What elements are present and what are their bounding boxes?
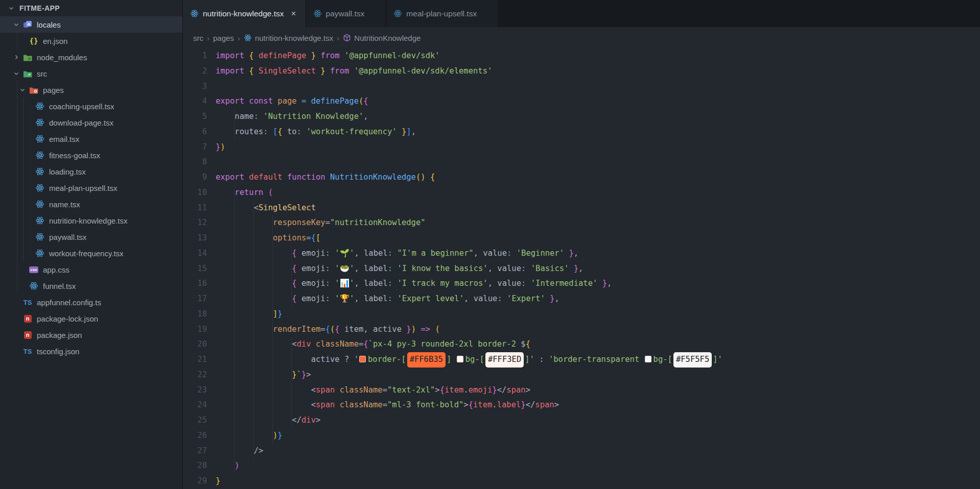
breadcrumb-item-pages[interactable]: pages — [213, 34, 234, 42]
sidebar-item-label: fitness-goal.tsx — [49, 151, 100, 160]
code-line-21[interactable]: active ? 'border-[#FF6B35] bg-[#FFF3ED]'… — [216, 352, 980, 368]
code-line-4[interactable]: export const page = definePage({ — [216, 94, 980, 109]
react-icon — [35, 199, 45, 209]
code-line-3[interactable] — [216, 79, 980, 94]
code-line-15[interactable]: { emoji: '🥗', label: 'I know the basics'… — [216, 261, 980, 277]
sidebar-item-email-tsx[interactable]: email.tsx — [0, 131, 182, 147]
tree-indent-guide — [17, 33, 17, 49]
code-line-28[interactable]: ) — [216, 458, 980, 474]
code-line-9[interactable]: export default function NutritionKnowled… — [216, 170, 980, 185]
code-line-10[interactable]: return ( — [216, 185, 980, 201]
line-number: 28 — [183, 458, 207, 474]
sidebar-item-loading-tsx[interactable]: loading.tsx — [0, 163, 182, 180]
line-number: 12 — [183, 215, 207, 231]
sidebar-item-paywall-tsx[interactable]: paywall.tsx — [0, 229, 182, 245]
sidebar-item-nutrition-knowledge-tsx[interactable]: nutrition-knowledge.tsx — [0, 212, 182, 229]
color-swatch[interactable] — [457, 356, 463, 362]
tab-label: meal-plan-upsell.tsx — [406, 9, 477, 18]
sidebar-item-en-json[interactable]: {}en.json — [0, 33, 182, 49]
breadcrumb-item-src[interactable]: src — [193, 34, 203, 42]
sidebar-item-coaching-upsell-tsx[interactable]: coaching-upsell.tsx — [0, 98, 182, 114]
chevron-down-icon — [10, 21, 22, 28]
code-line-5[interactable]: name: 'Nutrition Knowledge', — [216, 109, 980, 125]
code-line-29[interactable]: } — [216, 474, 980, 489]
react-icon — [35, 150, 45, 160]
line-number: 19 — [183, 322, 207, 337]
line-number: 4 — [183, 94, 207, 109]
sidebar-item-label: appfunnel.config.ts — [37, 298, 101, 307]
code-line-25[interactable]: </div> — [216, 413, 980, 428]
tree-indent-guide — [17, 82, 17, 294]
sidebar-item-funnel-tsx[interactable]: funnel.tsx — [0, 278, 182, 294]
sidebar-item-workout-frequency-tsx[interactable]: workout-frequency.tsx — [0, 245, 182, 261]
tab-paywall-tsx[interactable]: paywall.tsx× — [306, 0, 387, 27]
sidebar-item-label: paywall.tsx — [49, 233, 86, 241]
sidebar-item-app-css[interactable]: cssapp.css — [0, 261, 182, 278]
line-number: 3 — [183, 79, 207, 94]
react-icon — [35, 134, 45, 144]
sidebar-item-appfunnel-config-ts[interactable]: TSappfunnel.config.ts — [0, 294, 182, 310]
explorer-root-header[interactable]: FITME-APP — [0, 0, 182, 16]
tab-meal-plan-upsell-tsx[interactable]: meal-plan-upsell.tsx× — [386, 0, 499, 27]
code-line-27[interactable]: /> — [216, 444, 980, 459]
code-line-18[interactable]: ]} — [216, 307, 980, 322]
sidebar-item-label: en.json — [43, 37, 67, 45]
code-line-17[interactable]: { emoji: '🏆', label: 'Expert level', val… — [216, 291, 980, 307]
code-line-23[interactable]: <span className="text-2xl">{item.emoji}<… — [216, 383, 980, 398]
sidebar-item-label: nutrition-knowledge.tsx — [49, 216, 127, 225]
line-number: 11 — [183, 201, 207, 216]
line-number: 5 — [183, 109, 207, 125]
chevron-down-icon — [16, 86, 29, 93]
workspace-title: FITME-APP — [19, 4, 60, 12]
code-line-20[interactable]: <div className={`px-4 py-3 rounded-2xl b… — [216, 337, 980, 352]
sidebar-item-label: funnel.tsx — [43, 282, 76, 290]
code-line-6[interactable]: routes: [{ to: 'workout-frequency' }], — [216, 125, 980, 140]
code-line-12[interactable]: responseKey="nutritionKnowledge" — [216, 215, 980, 231]
code-line-14[interactable]: { emoji: '🌱', label: "I'm a beginner", v… — [216, 246, 980, 261]
sidebar-item-package-lock-json[interactable]: npackage-lock.json — [0, 310, 182, 327]
code-line-22[interactable]: }`}> — [216, 368, 980, 383]
tree-indent-guide — [23, 98, 24, 261]
code-line-16[interactable]: { emoji: '📊', label: 'I track my macros'… — [216, 276, 980, 291]
breadcrumb: src›pages›nutrition-knowledge.tsx›Nutrit… — [183, 27, 980, 48]
sidebar-item-label: loading.tsx — [49, 167, 86, 176]
code-line-19[interactable]: renderItem={({ item, active }) => ( — [216, 322, 980, 337]
tab-label: paywall.tsx — [326, 9, 365, 18]
color-swatch[interactable] — [645, 356, 651, 362]
breadcrumb-label: pages — [213, 34, 234, 42]
code-editor[interactable]: 1234567891011121314151617181920212223242… — [183, 48, 980, 489]
sidebar-item-src[interactable]: src — [0, 65, 182, 82]
folder-pages-icon — [29, 85, 39, 95]
line-number: 8 — [183, 155, 207, 170]
breadcrumb-item-nutrition-knowledge-tsx[interactable]: nutrition-knowledge.tsx — [244, 34, 333, 42]
sidebar-item-label: tsconfig.json — [37, 347, 79, 356]
sidebar-item-name-tsx[interactable]: name.tsx — [0, 196, 182, 212]
sidebar-item-pages[interactable]: pages — [0, 82, 182, 98]
color-swatch[interactable] — [359, 356, 366, 362]
sidebar-item-meal-plan-upsell-tsx[interactable]: meal-plan-upsell.tsx — [0, 180, 182, 196]
npm-icon: n — [22, 330, 33, 340]
close-icon[interactable]: × — [288, 8, 299, 19]
code-line-26[interactable]: )} — [216, 428, 980, 444]
code-line-24[interactable]: <span className="ml-3 font-bold">{item.l… — [216, 398, 980, 413]
code-line-7[interactable]: }) — [216, 140, 980, 155]
tab-label: nutrition-knowledge.tsx — [203, 9, 284, 18]
tab-nutrition-knowledge-tsx[interactable]: nutrition-knowledge.tsx× — [183, 0, 306, 27]
code-line-2[interactable]: import { SingleSelect } from '@appfunnel… — [216, 64, 980, 79]
sidebar-item-locales[interactable]: Alocales — [0, 16, 182, 33]
code-line-8[interactable] — [216, 155, 980, 170]
sidebar-item-package-json[interactable]: npackage.json — [0, 327, 182, 343]
code-line-11[interactable]: <SingleSelect — [216, 201, 980, 216]
line-number: 15 — [183, 261, 207, 277]
sidebar-item-tsconfig-json[interactable]: TStsconfig.json — [0, 343, 182, 359]
breadcrumb-item-nutritionknowledge[interactable]: NutritionKnowledge — [343, 34, 421, 42]
line-number: 1 — [183, 48, 207, 64]
code-line-1[interactable]: import { definePage } from '@appfunnel-d… — [216, 48, 980, 64]
react-icon — [190, 9, 199, 18]
sidebar-item-node-modules[interactable]: node_modules — [0, 49, 182, 65]
folder-locales-icon: A — [22, 19, 33, 30]
sidebar-item-download-page-tsx[interactable]: download-page.tsx — [0, 114, 182, 131]
sidebar-item-label: coaching-upsell.tsx — [49, 102, 114, 111]
code-line-13[interactable]: options={[ — [216, 231, 980, 246]
sidebar-item-fitness-goal-tsx[interactable]: fitness-goal.tsx — [0, 147, 182, 163]
